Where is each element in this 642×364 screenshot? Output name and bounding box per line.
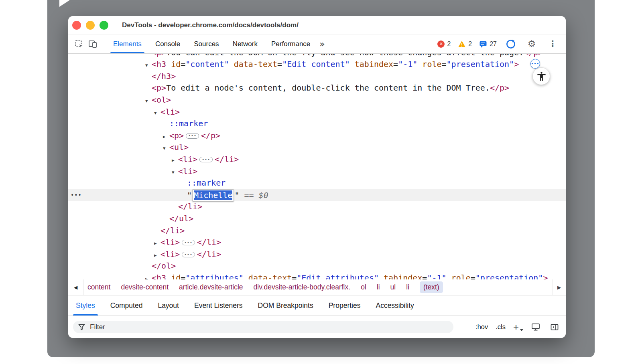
- sidebar-tab-strip: StylesComputedLayoutEvent ListenersDOM B…: [68, 295, 566, 316]
- breadcrumb-item-devsite-content[interactable]: devsite-content: [121, 283, 169, 291]
- expand-arrow-icon[interactable]: ▾: [163, 142, 169, 154]
- breadcrumb-item-article-devsite-article[interactable]: article.devsite-article: [179, 283, 243, 291]
- class-toggle[interactable]: .cls: [496, 323, 506, 331]
- token-tag: </ol>: [152, 261, 176, 271]
- expand-ellipsis-button[interactable]: •••: [199, 157, 213, 162]
- sync-button[interactable]: [504, 37, 518, 51]
- dom-tree-row[interactable]: ▸<p>•••</p>: [68, 130, 566, 142]
- ellipsis-fab-button[interactable]: •••: [530, 59, 540, 69]
- dom-tree-row[interactable]: </ul>: [68, 213, 566, 225]
- more-panels-button[interactable]: »: [319, 39, 325, 49]
- warning-badge[interactable]: 2: [458, 40, 472, 48]
- panel-tab-strip: ElementsConsoleSourcesNetworkPerformance: [106, 34, 317, 53]
- expand-ellipsis-button[interactable]: •••: [182, 240, 195, 245]
- more-options-button[interactable]: ⋮: [546, 37, 559, 51]
- corner-artifact: [59, 0, 70, 7]
- panel-tab-dom-breakpoints[interactable]: DOM Breakpoints: [250, 295, 321, 315]
- breadcrumb-item-div-devsite-article-body-clearfix[interactable]: div.devsite-article-body.clearfix.: [254, 283, 351, 291]
- dom-tree-row[interactable]: ::marker: [68, 177, 566, 189]
- window-title: DevTools - developer.chrome.com/docs/dev…: [122, 21, 299, 29]
- settings-button[interactable]: ⚙: [525, 37, 538, 51]
- token-attr: tabindex: [379, 273, 422, 279]
- panel-tab-layout[interactable]: Layout: [150, 295, 187, 315]
- styles-filter-bar: :hov .cls +: [68, 316, 566, 338]
- panel-tab-computed[interactable]: Computed: [103, 295, 150, 315]
- expand-arrow-icon[interactable]: ▸: [154, 237, 160, 249]
- inline-edit-box[interactable]: Michelle: [192, 189, 234, 202]
- device-toolbar-icon: [88, 39, 98, 49]
- pseudo-state-toggle[interactable]: :hov: [475, 323, 488, 331]
- expand-arrow-icon[interactable]: ▾: [172, 166, 178, 178]
- dom-tree-row[interactable]: ::marker: [68, 118, 566, 130]
- error-count: 2: [447, 40, 451, 48]
- expand-arrow-icon[interactable]: ▸: [163, 131, 169, 143]
- dom-tree-row[interactable]: •••"Michelle" == $0: [68, 189, 566, 201]
- accessibility-button[interactable]: [532, 67, 550, 85]
- breadcrumb-item-ul[interactable]: ul: [390, 283, 396, 291]
- dom-tree-row[interactable]: </li>: [68, 201, 566, 213]
- close-button[interactable]: [72, 21, 81, 30]
- plus-icon: +: [513, 322, 519, 332]
- breadcrumb-scroll-left-button[interactable]: ◀: [68, 279, 83, 295]
- expand-arrow-icon[interactable]: ▸: [154, 249, 160, 261]
- dom-tree-panel: <p>You can edit the DOM on the fly and s…: [68, 54, 566, 279]
- expand-ellipsis-button[interactable]: •••: [186, 133, 199, 139]
- expand-arrow-icon[interactable]: ▾: [145, 59, 152, 71]
- token-punct: =: [181, 59, 185, 69]
- sidebar-toggle-icon: [550, 323, 559, 332]
- dom-tree-row[interactable]: ▸<li>•••</li>: [68, 154, 566, 166]
- breadcrumb-item-content[interactable]: content: [87, 283, 110, 291]
- panel-tab-styles[interactable]: Styles: [68, 295, 103, 315]
- window-titlebar: DevTools - developer.chrome.com/docs/dev…: [68, 16, 566, 34]
- dom-tree-row[interactable]: </h3>: [68, 71, 566, 83]
- token-attr: id: [166, 273, 181, 279]
- panel-tab-event-listeners[interactable]: Event Listeners: [187, 295, 250, 315]
- dom-tree-row[interactable]: ▸<li>•••</li>: [68, 249, 566, 261]
- expand-arrow-icon[interactable]: ▸: [145, 273, 152, 279]
- expand-arrow-icon[interactable]: ▸: [172, 154, 178, 166]
- toolbar-tab-network[interactable]: Network: [226, 34, 264, 53]
- dom-tree-row[interactable]: ▾<ul>: [68, 142, 566, 154]
- dom-tree-row[interactable]: ▾<li>: [68, 166, 566, 178]
- new-style-rule-button[interactable]: +: [513, 322, 522, 332]
- dom-tree-row[interactable]: ▸<h3 id="attributes" data-text="Edit att…: [68, 272, 566, 279]
- expand-arrow-icon[interactable]: ▾: [145, 95, 152, 107]
- dom-tree-row[interactable]: <p>You can edit the DOM on the fly and s…: [68, 54, 566, 59]
- breadcrumb-item-li[interactable]: li: [406, 283, 409, 291]
- toolbar-tab-console[interactable]: Console: [148, 34, 187, 53]
- issues-badge[interactable]: 27: [479, 40, 497, 48]
- token-val: "presentation": [475, 273, 543, 279]
- breadcrumb-item-ol[interactable]: ol: [361, 283, 366, 291]
- device-toolbar-button[interactable]: [86, 37, 100, 51]
- funnel-icon: [78, 324, 85, 330]
- toggle-sidebar-button[interactable]: [549, 322, 560, 333]
- minimize-button[interactable]: [86, 21, 95, 30]
- expand-ellipsis-button[interactable]: •••: [182, 252, 195, 257]
- toolbar-tab-performance[interactable]: Performance: [264, 34, 317, 53]
- zoom-button[interactable]: [100, 21, 108, 30]
- breadcrumb-item-text[interactable]: (text): [420, 281, 443, 293]
- row-overflow-dots-icon[interactable]: •••: [71, 189, 82, 201]
- dom-tree-row[interactable]: ▸<li>•••</li>: [68, 237, 566, 249]
- inspect-element-button[interactable]: [72, 37, 86, 51]
- expand-arrow-icon[interactable]: ▾: [154, 107, 160, 119]
- toolbar-divider: [103, 39, 103, 49]
- toolbar-tab-sources[interactable]: Sources: [187, 34, 226, 53]
- dom-tree-row[interactable]: ▾<ol>: [68, 94, 566, 106]
- dom-tree-row[interactable]: ▾<h3 id="content" data-text="Edit conten…: [68, 59, 566, 71]
- panel-tab-properties[interactable]: Properties: [321, 295, 368, 315]
- breadcrumb-bar: ◀ contentdevsite-contentarticle.devsite-…: [68, 279, 566, 295]
- token-punct: [254, 190, 259, 200]
- panel-tab-accessibility[interactable]: Accessibility: [368, 295, 421, 315]
- rendering-emulation-button[interactable]: [530, 322, 541, 333]
- breadcrumb-item-li[interactable]: li: [377, 283, 380, 291]
- dom-tree-row[interactable]: </li>: [68, 225, 566, 237]
- filter-text-input[interactable]: [89, 323, 426, 332]
- dom-tree-row[interactable]: <p>To edit a node's content, double-clic…: [68, 82, 566, 94]
- dom-tree-row[interactable]: ▾<li>: [68, 106, 566, 118]
- toolbar-tab-elements[interactable]: Elements: [106, 34, 148, 53]
- dom-tree-row[interactable]: </ol>: [68, 260, 566, 272]
- filter-input[interactable]: [73, 321, 453, 333]
- error-badge[interactable]: ✕ 2: [437, 40, 451, 48]
- breadcrumb-scroll-right-button[interactable]: ▶: [552, 279, 566, 295]
